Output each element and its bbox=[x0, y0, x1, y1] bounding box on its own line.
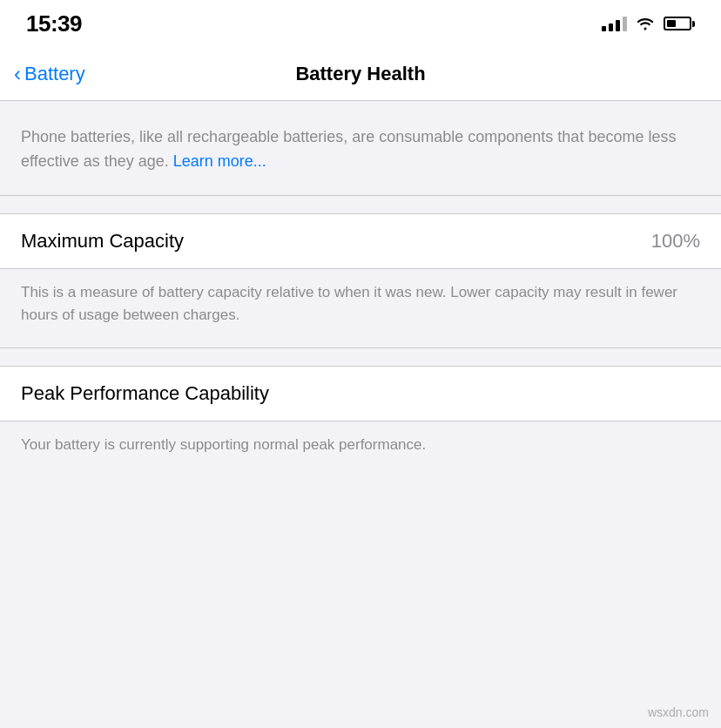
maximum-capacity-row: Maximum Capacity 100% bbox=[0, 214, 721, 268]
info-section: Phone batteries, like all rechargeable b… bbox=[0, 101, 721, 196]
peak-description-text: Your battery is currently supporting nor… bbox=[21, 434, 700, 456]
battery-icon bbox=[664, 17, 695, 30]
learn-more-link[interactable]: Learn more... bbox=[173, 152, 266, 170]
status-icons bbox=[602, 16, 695, 31]
status-bar: 15:39 bbox=[0, 0, 721, 47]
maximum-capacity-label: Maximum Capacity bbox=[21, 230, 184, 253]
watermark: wsxdn.com bbox=[648, 705, 709, 719]
signal-icon bbox=[602, 16, 627, 31]
section-gap-1 bbox=[0, 196, 721, 213]
peak-performance-label: Peak Performance Capability bbox=[21, 382, 269, 404]
status-time: 15:39 bbox=[26, 10, 82, 37]
wifi-icon bbox=[636, 17, 655, 30]
nav-bar: ‹ Battery Battery Health bbox=[0, 47, 721, 101]
capacity-description-text: This is a measure of battery capacity re… bbox=[21, 281, 700, 327]
capacity-description-section: This is a measure of battery capacity re… bbox=[0, 269, 721, 349]
back-button[interactable]: ‹ Battery bbox=[14, 63, 85, 85]
info-description: Phone batteries, like all rechargeable b… bbox=[21, 125, 700, 174]
peak-description-section: Your battery is currently supporting nor… bbox=[0, 421, 721, 477]
peak-performance-row: Peak Performance Capability bbox=[0, 367, 721, 421]
back-label: Battery bbox=[24, 63, 85, 85]
peak-performance-section: Peak Performance Capability bbox=[0, 366, 721, 421]
back-chevron-icon: ‹ bbox=[14, 64, 21, 84]
section-gap-2 bbox=[0, 348, 721, 366]
maximum-capacity-value: 100% bbox=[651, 230, 700, 253]
page-title: Battery Health bbox=[295, 63, 425, 85]
maximum-capacity-section: Maximum Capacity 100% bbox=[0, 213, 721, 269]
